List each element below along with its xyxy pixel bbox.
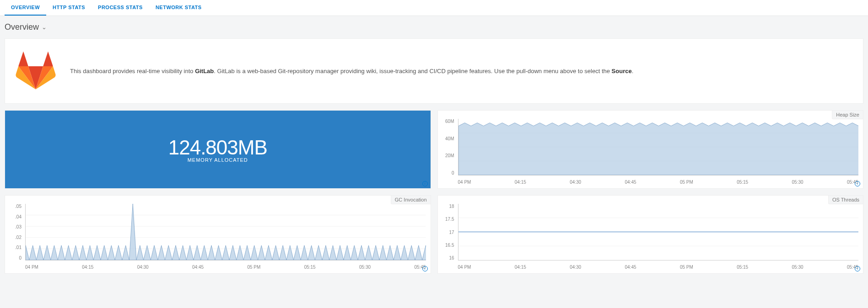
tab-http-stats[interactable]: HTTP STATS: [46, 0, 92, 16]
x-axis: 04 PM04:1504:3004:4505 PM05:1505:3005:45: [458, 180, 859, 185]
chart-grid: 124.803MB MEMORY ALLOCATED i Heap Size 6…: [0, 110, 868, 278]
x-axis: 04 PM04:1504:3004:4505 PM05:1505:3005:45: [458, 265, 859, 270]
gc-invocation-chart[interactable]: .05.04.03.02.010 04 PM04:1504:3004:4505 …: [5, 196, 431, 273]
page-title-row: Overview ⌄: [0, 16, 868, 38]
info-icon[interactable]: i: [855, 181, 860, 186]
os-threads-chart[interactable]: 1817.51716.516 04 PM04:1504:3004:4505 PM…: [438, 196, 863, 273]
info-mid: . GitLab is a web-based Git-repository m…: [214, 68, 611, 74]
plot-area: [25, 204, 426, 260]
y-axis: 1817.51716.516: [438, 204, 456, 260]
x-axis: 04 PM04:1504:3004:4505 PM05:1505:3005:45: [25, 265, 426, 270]
os-threads-panel: OS Threads 1817.51716.516 04 PM04:1504:3…: [437, 195, 864, 274]
gitlab-logo-icon: [15, 50, 56, 92]
info-pre: This dashboard provides real-time visibi…: [70, 68, 195, 74]
info-icon[interactable]: i: [855, 266, 860, 271]
y-axis: .05.04.03.02.010: [5, 204, 23, 260]
plot-area: [458, 119, 859, 175]
tab-network-stats[interactable]: NETWORK STATS: [149, 0, 208, 16]
tab-process-stats[interactable]: PROCESS STATS: [92, 0, 149, 16]
info-bold1: GitLab: [195, 68, 214, 74]
heap-size-chart[interactable]: 60M40M20M0 04 PM04:1504:3004:4505 PM05:1…: [438, 111, 863, 188]
page-title-label: Overview: [5, 22, 39, 32]
info-text: This dashboard provides real-time visibi…: [70, 67, 633, 76]
gc-invocation-panel: GC Invocation .05.04.03.02.010 04 PM04:1…: [5, 195, 431, 274]
info-post: .: [632, 68, 634, 74]
tab-bar: OVERVIEW HTTP STATS PROCESS STATS NETWOR…: [0, 0, 868, 16]
plot-area: [458, 204, 859, 260]
chevron-down-icon: ⌄: [42, 24, 47, 31]
info-card: This dashboard provides real-time visibi…: [5, 38, 863, 104]
y-axis: 60M40M20M0: [438, 119, 456, 175]
memory-allocated-panel: 124.803MB MEMORY ALLOCATED i: [5, 110, 431, 189]
info-icon[interactable]: i: [422, 181, 428, 186]
page-title-dropdown[interactable]: Overview ⌄: [5, 22, 47, 32]
heap-size-panel: Heap Size 60M40M20M0 04 PM04:1504:3004:4…: [437, 110, 864, 189]
tab-overview[interactable]: OVERVIEW: [5, 0, 46, 16]
memory-allocated-label: MEMORY ALLOCATED: [188, 157, 248, 163]
info-bold2: Source: [612, 68, 632, 74]
info-icon[interactable]: i: [422, 266, 428, 271]
memory-allocated-value: 124.803MB: [168, 136, 267, 159]
